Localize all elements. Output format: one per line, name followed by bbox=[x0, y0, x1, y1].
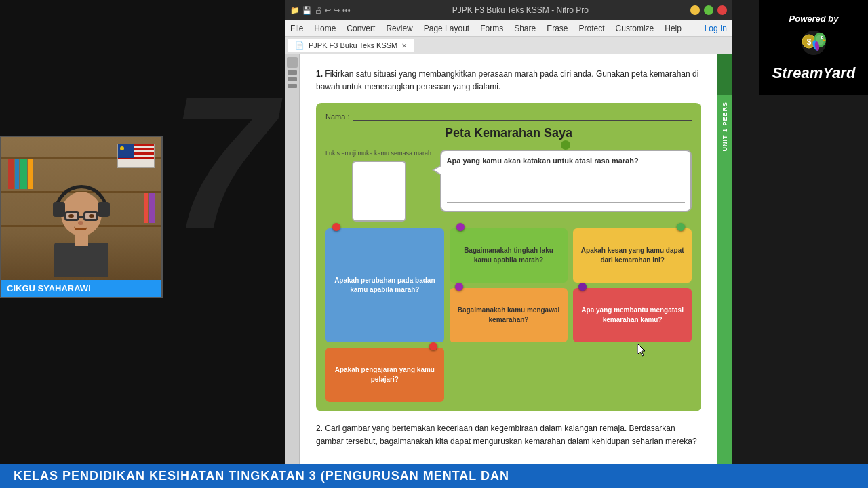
close-button[interactable] bbox=[717, 5, 727, 15]
card-3: Apakah kesan yang kamu dapat dari kemara… bbox=[573, 228, 692, 283]
bubble-line-3 bbox=[447, 193, 685, 203]
webcam-video bbox=[1, 137, 161, 297]
menu-file[interactable]: File bbox=[290, 24, 303, 33]
ticker-bar: KELAS PENDIDIKAN KESIHATAN TINGKATAN 3 (… bbox=[0, 464, 868, 488]
q2-number: 2. bbox=[316, 424, 323, 433]
emoji-section: Lukis emoji muka kamu semasa marah. bbox=[326, 150, 433, 222]
tab-close-button[interactable]: ✕ bbox=[401, 42, 407, 49]
pdf-page[interactable]: 1. Fikirkan satu situasi yang membangkit… bbox=[300, 54, 717, 464]
menu-share[interactable]: Share bbox=[514, 24, 536, 33]
svg-text:$: $ bbox=[807, 37, 812, 47]
menu-home[interactable]: Home bbox=[314, 24, 336, 33]
emoji-label: Lukis emoji muka kamu semasa marah. bbox=[326, 150, 433, 158]
purple-pin-3 bbox=[578, 283, 587, 291]
box-title: Peta Kemarahan Saya bbox=[326, 126, 692, 140]
pdf-left-sidebar bbox=[285, 54, 300, 464]
bubble-question: Apa yang kamu akan katakan untuk atasi r… bbox=[447, 157, 685, 165]
powered-by-text: Powered by bbox=[789, 14, 839, 24]
window-controls[interactable] bbox=[690, 5, 727, 15]
unit-peers-text: UNIT 1 PEERS bbox=[722, 102, 728, 152]
card-5: Apa yang membantu mengatasi kemarahan ka… bbox=[573, 288, 692, 342]
maximize-button[interactable] bbox=[704, 5, 713, 15]
card-2: Apakah perubahan pada badan kamu apabila… bbox=[326, 228, 444, 342]
presenter-name-label: CIKGU SYAHARAWI bbox=[1, 280, 161, 297]
sidebar-marker-3 bbox=[288, 84, 297, 88]
question2-text: 2. Cari gambar yang bertemakan keceriaan… bbox=[316, 422, 701, 448]
purple-pin bbox=[456, 223, 465, 231]
menu-help[interactable]: Help bbox=[665, 24, 682, 33]
svg-point-6 bbox=[822, 37, 823, 38]
nitro-titlebar: 📁💾🖨↩↪••• PJPK F3 Buku Teks KSSM - Nitro … bbox=[285, 0, 732, 20]
menu-page-layout[interactable]: Page Layout bbox=[424, 24, 469, 33]
sidebar-button-1[interactable] bbox=[287, 57, 298, 68]
tab-label: PJPK F3 Buku Teks KSSM bbox=[309, 41, 397, 49]
window-title: PJPK F3 Buku Teks KSSM - Nitro Pro bbox=[351, 5, 690, 15]
peta-kemarahan-box: Nama : Peta Kemarahan Saya Lukis emoji m… bbox=[316, 103, 701, 411]
menu-login[interactable]: Log In bbox=[705, 24, 727, 33]
menu-protect[interactable]: Protect bbox=[579, 24, 605, 33]
q1-number: 1. bbox=[316, 69, 323, 79]
streamyard-icon: $ bbox=[797, 28, 831, 62]
cards-grid: Bagaimanakah tingkah laku kamu apabila m… bbox=[326, 228, 692, 402]
question1-text: 1. Fikirkan satu situasi yang membangkit… bbox=[316, 68, 701, 94]
green-pin bbox=[561, 140, 570, 150]
nama-label: Nama : bbox=[326, 113, 349, 121]
sidebar-marker-2 bbox=[288, 77, 297, 81]
pdf-tab[interactable]: 📄 PJPK F3 Buku Teks KSSM ✕ bbox=[288, 39, 414, 52]
pdf-viewer: 📁💾🖨↩↪••• PJPK F3 Buku Teks KSSM - Nitro … bbox=[285, 0, 732, 464]
purple-pin-2 bbox=[455, 283, 463, 291]
pdf-right-sidebar: UNIT 1 PEERS bbox=[717, 54, 732, 464]
red-pin-1 bbox=[332, 223, 340, 231]
emoji-drawing-box bbox=[352, 161, 406, 222]
q2-content: Cari gambar yang bertemakan keceriaan da… bbox=[316, 424, 697, 446]
tab-file-icon: 📄 bbox=[295, 41, 304, 50]
pdf-content-area: 1. Fikirkan satu situasi yang membangkit… bbox=[285, 54, 732, 464]
streamyard-name: StreamYard bbox=[772, 64, 856, 82]
webcam-container: CIKGU SYAHARAWI bbox=[0, 136, 163, 298]
name-underline bbox=[353, 113, 692, 121]
menu-convert[interactable]: Convert bbox=[347, 24, 375, 33]
toolbar-icons: 📁💾🖨↩↪••• bbox=[290, 6, 351, 15]
streamyard-logo: $ StreamYard bbox=[772, 28, 856, 82]
ticker-text: KELAS PENDIDIKAN KESIHATAN TINGKATAN 3 (… bbox=[0, 469, 509, 483]
green-pin-2 bbox=[677, 223, 685, 231]
menu-erase[interactable]: Erase bbox=[547, 24, 568, 33]
speech-bubble: Apa yang kamu akan katakan untuk atasi r… bbox=[440, 150, 692, 212]
q1-content: Fikirkan satu situasi yang membangkitkan… bbox=[316, 69, 698, 92]
nitro-menubar: File Home Convert Review Page Layout For… bbox=[285, 20, 732, 37]
bubble-section: Apa yang kamu akan katakan untuk atasi r… bbox=[440, 150, 692, 212]
menu-forms[interactable]: Forms bbox=[480, 24, 503, 33]
card-6: Apakah pengajaran yang kamu pelajari? bbox=[326, 348, 444, 402]
streamyard-badge: Powered by $ StreamYard bbox=[760, 0, 868, 95]
name-line: Nama : bbox=[326, 113, 692, 121]
red-pin-2 bbox=[429, 342, 437, 350]
sidebar-marker-1 bbox=[288, 70, 297, 75]
menu-customize[interactable]: Customize bbox=[616, 24, 654, 33]
unit-top-block bbox=[717, 54, 732, 95]
card-4: Bagaimanakah kamu mengawal kemarahan? bbox=[450, 288, 568, 342]
nitro-tabbar: 📄 PJPK F3 Buku Teks KSSM ✕ bbox=[285, 37, 732, 54]
top-row: Lukis emoji muka kamu semasa marah. Apa … bbox=[326, 150, 692, 222]
decorative-number: 7 bbox=[170, 68, 275, 258]
mouse-cursor bbox=[637, 344, 647, 357]
card-1: Bagaimanakah tingkah laku kamu apabila m… bbox=[450, 228, 568, 283]
bubble-line-1 bbox=[447, 169, 685, 178]
minimize-button[interactable] bbox=[690, 5, 700, 15]
menu-review[interactable]: Review bbox=[386, 24, 412, 33]
bubble-line-2 bbox=[447, 181, 685, 190]
